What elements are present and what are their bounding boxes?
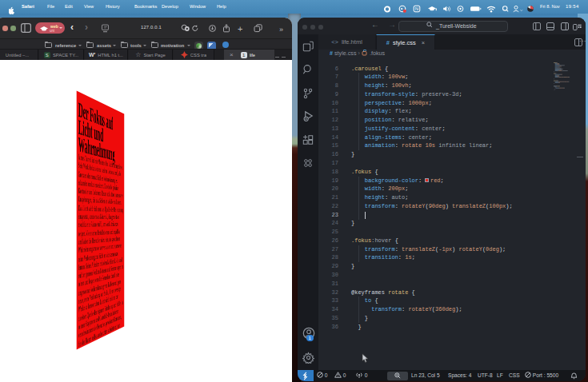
svg-text:N: N [415,6,418,11]
